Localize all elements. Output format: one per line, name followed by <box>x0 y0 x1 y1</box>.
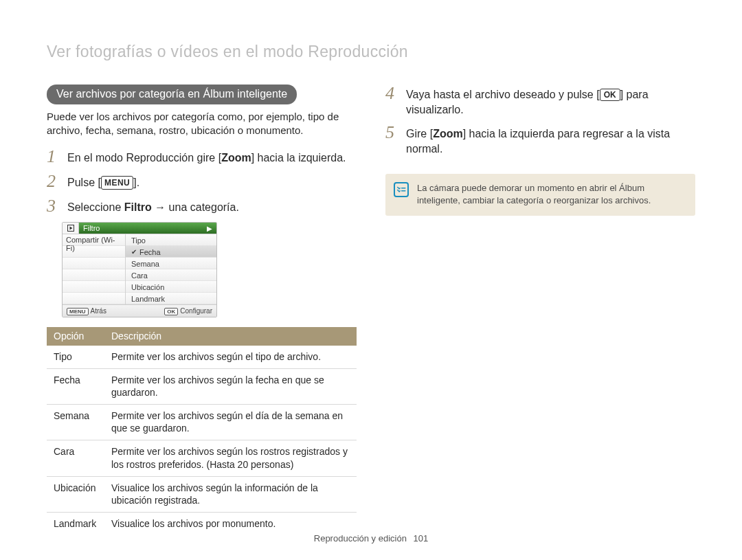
opt-desc: Visualice los archivos según la informac… <box>104 476 357 512</box>
table-row: LandmarkVisualice los archivos por monum… <box>47 513 357 536</box>
list-item: Ubicación <box>126 281 216 293</box>
table-header-option: Opción <box>47 327 104 346</box>
table-row: FechaPermite ver los archivos según la f… <box>47 368 357 404</box>
opt-desc: Permite ver los archivos según la fecha … <box>104 368 357 404</box>
list-item-selected: ✔Fecha <box>126 246 216 258</box>
list-item <box>63 269 125 281</box>
note-text: La cámara puede demorar un momento en ab… <box>417 182 684 206</box>
step-number: 2 <box>47 172 60 190</box>
list-item <box>63 281 125 293</box>
camera-menu-tab-filtro: Filtro ▶ <box>79 223 216 234</box>
list-item <box>63 258 125 269</box>
left-column: Ver archivos por categoría en Álbum inte… <box>47 85 357 535</box>
opt-name: Fecha <box>47 368 104 404</box>
step-number: 3 <box>47 197 60 215</box>
zoom-label: Zoom <box>433 128 463 139</box>
check-icon: ✔ <box>131 248 137 256</box>
section-heading: Ver archivos por categoría en Álbum inte… <box>47 85 297 104</box>
page-number: 101 <box>414 533 429 544</box>
text: ] hacia la izquierda. <box>251 152 346 164</box>
zoom-label: Zoom <box>221 152 251 164</box>
table-row: TipoPermite ver los archivos según el ti… <box>47 346 357 369</box>
opt-desc: Permite ver los archivos según el día de… <box>104 405 357 440</box>
text: Filtro <box>83 224 100 232</box>
note-icon <box>394 182 409 197</box>
opt-name: Landmark <box>47 513 104 536</box>
menu-key-icon: MENU <box>67 308 89 315</box>
opt-desc: Permite ver los archivos según los rostr… <box>104 440 357 476</box>
svg-marker-1 <box>69 226 72 229</box>
note-box: La cámara puede demorar un momento en ab… <box>385 174 695 216</box>
intro-text: Puede ver los archivos por categoría com… <box>47 110 357 138</box>
step-5: 5 Gire [Zoom] hacia la izquierda para re… <box>385 124 695 156</box>
right-column: 4 Vaya hasta el archivo deseado y pulse … <box>385 85 695 535</box>
camera-menu-footer: MENUAtrás OKConfigurar <box>63 304 216 317</box>
step-text: Vaya hasta el archivo deseado y pulse [O… <box>406 85 695 117</box>
step-number: 1 <box>47 148 60 166</box>
list-item: Semana <box>126 258 216 269</box>
filter-label: Filtro <box>124 201 152 213</box>
step-text: Pulse [MENU]. <box>67 172 139 190</box>
text: Vaya hasta el archivo deseado y pulse [ <box>406 89 600 100</box>
step-text: En el modo Reproducción gire [Zoom] haci… <box>67 148 346 166</box>
list-item: Landmark <box>126 293 216 304</box>
table-row: UbicaciónVisualice los archivos según la… <box>47 476 357 512</box>
step-number: 4 <box>385 85 399 102</box>
camera-menu-illustration: Filtro ▶ Compartir (Wi-Fi) Tipo <box>62 222 217 317</box>
list-item <box>63 293 125 304</box>
options-table: Opción Descripción TipoPermite ver los a… <box>47 327 357 536</box>
text: En el modo Reproducción gire [ <box>67 152 221 164</box>
table-row: CaraPermite ver los archivos según los r… <box>47 440 357 476</box>
ok-label: Configurar <box>180 307 212 315</box>
text: Gire [ <box>406 128 433 139</box>
step-text: Seleccione Filtro → una categoría. <box>67 197 239 215</box>
text: → una categoría. <box>152 201 239 213</box>
step-1: 1 En el modo Reproducción gire [Zoom] ha… <box>47 148 357 166</box>
opt-name: Tipo <box>47 346 104 369</box>
play-mode-icon <box>63 223 79 234</box>
opt-name: Ubicación <box>47 476 104 512</box>
footer-section: Reproducción y edición <box>314 533 407 544</box>
text: Pulse [ <box>67 177 101 188</box>
opt-name: Cara <box>47 440 104 476</box>
table-header-description: Descripción <box>104 327 357 346</box>
menu-key-icon: MENU <box>101 176 133 190</box>
opt-name: Semana <box>47 405 104 440</box>
chevron-right-icon: ▶ <box>207 225 212 232</box>
table-row: SemanaPermite ver los archivos según el … <box>47 405 357 440</box>
back-label: Atrás <box>91 307 106 315</box>
ok-key-icon: OK <box>600 89 620 101</box>
opt-desc: Permite ver los archivos según el tipo d… <box>104 346 357 369</box>
camera-menu-right-list: Tipo ✔Fecha Semana Cara Ubicación Landma… <box>126 234 216 304</box>
text: ]. <box>133 177 139 188</box>
ok-key-icon: OK <box>164 308 178 315</box>
page-footer: Reproducción y edición 101 <box>0 533 742 544</box>
list-item: Compartir (Wi-Fi) <box>63 234 125 246</box>
list-item: Cara <box>126 269 216 281</box>
step-3: 3 Seleccione Filtro → una categoría. <box>47 197 357 215</box>
step-2: 2 Pulse [MENU]. <box>47 172 357 190</box>
step-text: Gire [Zoom] hacia la izquierda para regr… <box>406 124 695 156</box>
text: Seleccione <box>67 201 124 213</box>
page-title: Ver fotografías o vídeos en el modo Repr… <box>47 43 695 61</box>
step-number: 5 <box>385 124 399 142</box>
camera-menu-left-list: Compartir (Wi-Fi) <box>63 234 126 304</box>
opt-desc: Visualice los archivos por monumento. <box>104 513 357 536</box>
list-item: Tipo <box>126 234 216 246</box>
step-4: 4 Vaya hasta el archivo deseado y pulse … <box>385 85 695 117</box>
